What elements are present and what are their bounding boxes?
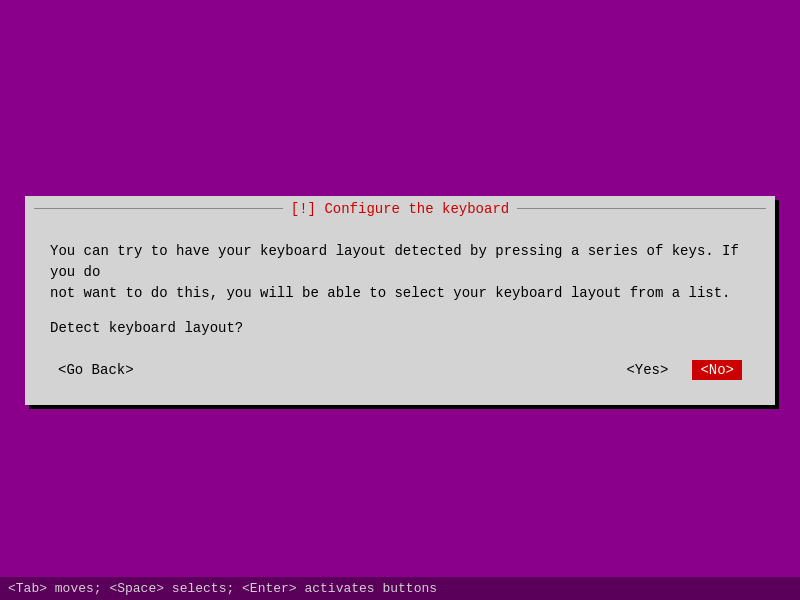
go-back-button[interactable]: <Go Back>: [50, 360, 142, 380]
title-line-right: [517, 208, 766, 209]
no-button[interactable]: <No>: [692, 360, 742, 380]
btn-right-group: <Yes> <No>: [618, 360, 742, 380]
title-line: [!] Configure the keyboard: [34, 201, 766, 217]
yes-button[interactable]: <Yes>: [618, 360, 676, 380]
dialog-buttons: <Go Back> <Yes> <No>: [50, 356, 750, 384]
status-bar: <Tab> moves; <Space> selects; <Enter> ac…: [0, 577, 800, 600]
dialog-description: You can try to have your keyboard layout…: [50, 241, 750, 304]
dialog-title-bar: [!] Configure the keyboard: [26, 197, 774, 221]
title-line-left: [34, 208, 283, 209]
dialog-prompt: Detect keyboard layout?: [50, 320, 750, 336]
dialog-body: You can try to have your keyboard layout…: [26, 221, 774, 404]
dialog-title: [!] Configure the keyboard: [283, 201, 517, 217]
status-bar-text: <Tab> moves; <Space> selects; <Enter> ac…: [8, 581, 437, 596]
dialog: [!] Configure the keyboard You can try t…: [25, 196, 775, 405]
